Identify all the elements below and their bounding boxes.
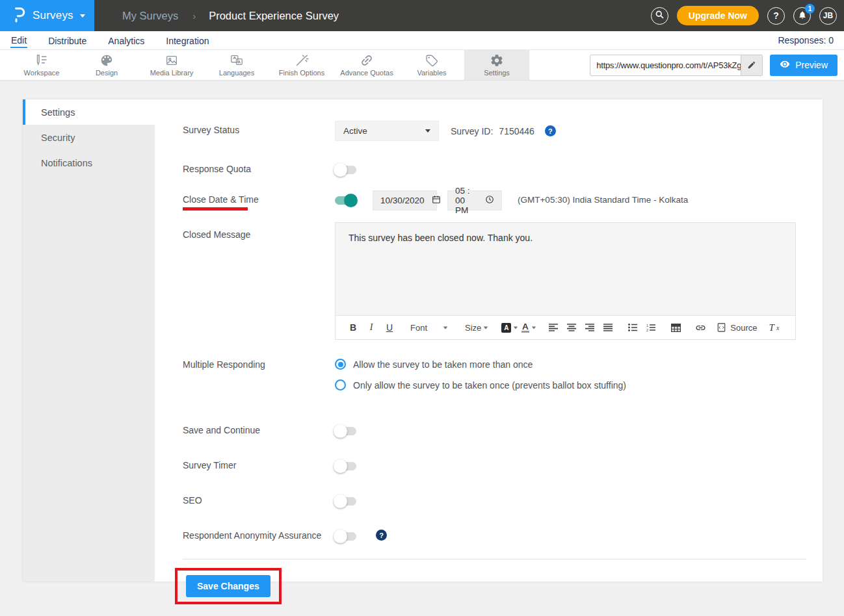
numbered-list-button[interactable]: 12 <box>643 320 659 335</box>
source-button[interactable]: Source <box>717 320 757 335</box>
bullet-list-button[interactable] <box>625 320 640 335</box>
svg-text:2: 2 <box>646 328 648 332</box>
align-left-button[interactable] <box>546 320 561 335</box>
response-quota-toggle[interactable] <box>335 166 356 174</box>
edit-url-button[interactable] <box>741 55 762 75</box>
tab-integration[interactable]: Integration <box>165 34 209 47</box>
align-justify-button[interactable] <box>600 320 616 335</box>
tab-distribute[interactable]: Distribute <box>47 34 87 47</box>
seo-toggle[interactable] <box>335 497 356 506</box>
logo-product-name: Surveys <box>33 9 73 22</box>
preview-button[interactable]: Preview <box>770 55 837 76</box>
sidebar-item-notifications[interactable]: Notifications <box>23 150 155 175</box>
source-doc-icon <box>717 323 726 332</box>
close-date-toggle[interactable] <box>335 196 356 205</box>
align-left-icon <box>549 324 558 331</box>
align-center-icon <box>567 324 576 331</box>
bold-button[interactable]: B <box>345 320 361 335</box>
toolbar-item-workspace[interactable]: Workspace <box>9 50 74 80</box>
sidebar-item-security[interactable]: Security <box>23 125 155 150</box>
toolbar-item-label: Languages <box>219 69 254 77</box>
toolbar-item-media-library[interactable]: Media Library <box>139 50 204 80</box>
red-annotation-box: Save Changes <box>175 568 282 604</box>
toolbar-item-label: Media Library <box>150 69 194 77</box>
radio-option-once-only[interactable]: Only allow the survey to be taken once (… <box>335 379 626 391</box>
sidebar-item-settings[interactable]: Settings <box>23 99 155 125</box>
respondent-anonymity-toggle[interactable] <box>335 532 356 541</box>
tab-analytics[interactable]: Analytics <box>107 34 145 47</box>
save-and-continue-toggle[interactable] <box>335 427 356 435</box>
notifications-button[interactable]: 1 <box>793 7 811 25</box>
close-time-input[interactable]: 05 : 00 PM <box>447 190 502 211</box>
breadcrumb-my-surveys[interactable]: My Surveys <box>122 10 178 22</box>
survey-timer-row: Survey Timer <box>183 456 806 470</box>
toolbar-item-label: Settings <box>484 69 510 77</box>
toolbar-item-variables[interactable]: Variables <box>399 50 464 80</box>
upgrade-now-button[interactable]: Upgrade Now <box>677 6 759 25</box>
close-date-value: 10/30/2020 <box>380 196 425 205</box>
clock-icon <box>485 195 494 206</box>
toolbar-item-label: Advance Quotas <box>340 69 393 77</box>
toolbar-item-advance-quotas[interactable]: Advance Quotas <box>334 50 399 80</box>
notification-count-badge: 1 <box>805 4 815 14</box>
remove-format-button[interactable]: Tx <box>767 320 782 335</box>
search-button[interactable] <box>651 7 668 25</box>
toolbar-item-label: Variables <box>417 69 446 77</box>
product-switcher[interactable]: Surveys <box>0 0 94 31</box>
align-justify-icon <box>603 324 613 331</box>
close-date-row: Close Date & Time 10/30/2020 05 : 00 PM <box>183 190 806 211</box>
bullet-list-icon <box>628 324 637 331</box>
closed-message-label: Closed Message <box>183 222 335 240</box>
section-tabs: Edit Distribute Analytics Integration Re… <box>0 31 844 50</box>
text-color-button[interactable]: A <box>521 320 536 335</box>
toolbar-item-design[interactable]: Design <box>74 50 139 80</box>
avatar[interactable]: JB <box>819 7 837 25</box>
survey-status-value: Active <box>343 126 367 136</box>
radio-option-multiple-allowed[interactable]: Allow the survey to be taken more than o… <box>335 359 626 370</box>
background-color-icon: A <box>501 323 511 333</box>
tag-icon <box>425 53 439 68</box>
background-color-button[interactable]: A <box>501 320 518 335</box>
tab-edit[interactable]: Edit <box>10 33 27 48</box>
align-center-button[interactable] <box>564 320 579 335</box>
help-button[interactable]: ? <box>767 7 785 25</box>
response-quota-label: Response Quota <box>183 160 335 174</box>
close-time-value: 05 : 00 PM <box>455 186 478 215</box>
chevron-down-icon <box>514 326 518 329</box>
settings-form: Survey Status Active Survey ID: 7150446 … <box>155 99 823 582</box>
svg-text:1: 1 <box>646 324 648 327</box>
respondent-anonymity-row: Respondent Anonymity Assurance ? <box>183 526 806 541</box>
align-right-icon <box>585 324 594 331</box>
italic-button[interactable]: I <box>363 320 379 335</box>
seo-label: SEO <box>183 491 335 506</box>
chevron-down-icon <box>425 129 430 133</box>
align-right-button[interactable] <box>582 320 598 335</box>
save-changes-button[interactable]: Save Changes <box>186 575 270 597</box>
toolbar-item-label: Finish Options <box>279 69 324 77</box>
palette-icon <box>99 53 114 68</box>
pencil-icon <box>747 60 756 70</box>
respondent-anonymity-help-icon[interactable]: ? <box>376 530 387 541</box>
toolbar-item-finish-options[interactable]: Finish Options <box>269 50 334 80</box>
multiple-responding-row: Multiple Responding Allow the survey to … <box>183 359 806 400</box>
insert-link-button[interactable] <box>692 320 708 335</box>
close-date-input[interactable]: 10/30/2020 <box>373 190 437 211</box>
chevron-down-icon <box>443 326 448 329</box>
toolbar-item-settings[interactable]: Settings <box>464 50 529 80</box>
workspace-icon <box>34 53 49 68</box>
survey-status-help-icon[interactable]: ? <box>545 125 556 136</box>
toolbar-item-label: Workspace <box>24 69 60 77</box>
survey-status-select[interactable]: Active <box>335 121 439 141</box>
closed-message-text[interactable]: This survey has been closed now. Thank y… <box>336 223 795 315</box>
save-row: Save Changes <box>183 568 806 604</box>
underline-button[interactable]: U <box>382 320 397 335</box>
insert-table-button[interactable] <box>668 320 683 335</box>
survey-timer-toggle[interactable] <box>335 462 356 470</box>
survey-url-field[interactable]: https://www.questionpro.com/t/AP53kZgfo <box>590 55 763 76</box>
search-icon <box>655 10 665 21</box>
font-dropdown[interactable]: Font <box>406 320 452 335</box>
save-and-continue-row: Save and Continue <box>183 421 806 435</box>
size-dropdown[interactable]: Size <box>461 320 492 335</box>
toolbar-item-languages[interactable]: Languages <box>204 50 269 80</box>
avatar-initials: JB <box>823 11 833 20</box>
